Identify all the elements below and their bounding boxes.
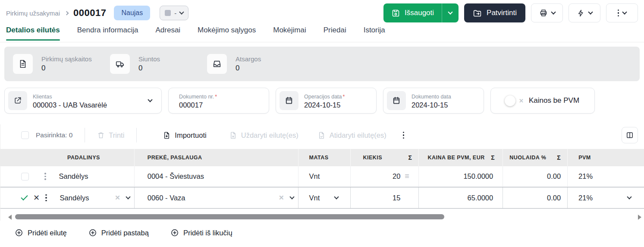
- table-row[interactable]: Sandėlys 0004 - Šviestuvas Vnt 20 ≡ 150.…: [0, 166, 644, 187]
- scrollbar-thumb[interactable]: [15, 214, 444, 219]
- tab-priedai[interactable]: Priedai: [324, 26, 346, 40]
- document-date-value[interactable]: 2024-10-15: [412, 101, 448, 109]
- cell-preke[interactable]: 0004 - Šviestuvas: [134, 166, 298, 187]
- stat-purchase-invoices[interactable]: Pirkimų sąskaitos 0: [13, 54, 110, 74]
- more-menu-button[interactable]: [606, 3, 638, 22]
- cell-kiekis[interactable]: 20: [393, 172, 400, 180]
- client-value[interactable]: 000003 - UAB Vasarėlė: [33, 101, 107, 109]
- row-menu-icon[interactable]: [45, 194, 47, 202]
- add-row-button[interactable]: Pridėti eilutę: [15, 228, 67, 237]
- toolbar-more-icon[interactable]: [403, 132, 405, 139]
- cell-pvm[interactable]: 21%: [578, 194, 593, 202]
- column-header-preke[interactable]: PREKĖ, PASLAUGA: [134, 149, 298, 166]
- tab-mokejimo-salygos[interactable]: Mokėjimo sąlygos: [198, 26, 256, 40]
- top-bar: Pirkimų užsakymai 000017 Naujas - Išsaug…: [0, 0, 644, 26]
- stat-label: Atsargos: [236, 55, 261, 63]
- clear-value-icon[interactable]: ✕: [279, 194, 284, 202]
- chevron-down-icon: [448, 10, 452, 14]
- scroll-left-arrow-icon[interactable]: [8, 215, 12, 220]
- add-from-stock-button[interactable]: Pridėti iš likučių: [170, 228, 232, 237]
- delete-button[interactable]: Trinti: [97, 131, 124, 139]
- toggle-label: Kainos be PVM: [529, 96, 579, 105]
- print-menu-button[interactable]: [531, 3, 563, 22]
- cell-kiekis[interactable]: 15: [393, 194, 400, 202]
- cell-matas[interactable]: Vnt: [298, 166, 351, 187]
- column-header-kaina[interactable]: KAINA BE PVM, EURΣ: [418, 149, 503, 166]
- confirm-row-icon[interactable]: [21, 193, 28, 200]
- cell-padalinys[interactable]: Sandėlys: [60, 194, 89, 202]
- close-lines-button[interactable]: Uždaryti eilutę(es): [229, 131, 298, 139]
- document-number-field[interactable]: Dokumento nr.* 000017: [168, 88, 269, 114]
- cell-pvm[interactable]: 21%: [567, 166, 644, 187]
- operation-date-value[interactable]: 2024-10-15: [304, 101, 340, 109]
- document-date-field[interactable]: Dokumento data 2024-10-15: [383, 88, 484, 114]
- line-items-grid: Pasirinkta: 0 Trinti Importuoti Uždaryti…: [0, 124, 644, 221]
- external-link-icon[interactable]: [8, 91, 27, 110]
- chevron-down-icon[interactable]: [289, 194, 294, 199]
- clear-value-icon[interactable]: ✕: [115, 194, 120, 202]
- tab-adresai[interactable]: Adresai: [155, 26, 180, 40]
- tag-dropdown[interactable]: -: [160, 6, 188, 20]
- add-note-button[interactable]: Pridėti pastabą: [88, 228, 149, 237]
- confirm-button[interactable]: Patvirtinti: [464, 3, 525, 22]
- column-header-matas[interactable]: MATAS: [298, 149, 351, 166]
- table-header-row: PADALINYS PREKĖ, PASLAUGA MATAS KIEKISΣ …: [0, 149, 644, 166]
- import-button[interactable]: Importuoti: [163, 131, 206, 139]
- cell-matas[interactable]: Vnt: [309, 194, 320, 202]
- document-number-value[interactable]: 000017: [179, 101, 203, 109]
- save-button[interactable]: Išsaugoti: [383, 3, 442, 22]
- horizontal-scrollbar[interactable]: [0, 214, 644, 221]
- save-options-button[interactable]: [442, 3, 459, 22]
- column-header-nuolaida[interactable]: NUOLAIDA %Σ: [503, 149, 567, 166]
- operation-date-field[interactable]: Operacijos data* 2024-10-15: [276, 88, 377, 114]
- select-all-checkbox[interactable]: [21, 131, 29, 139]
- cell-nuolaida[interactable]: 0.00: [503, 166, 567, 187]
- calendar-icon[interactable]: [387, 91, 406, 110]
- field-label: Klientas: [33, 94, 52, 100]
- chevron-down-icon[interactable]: [334, 194, 339, 199]
- cell-preke[interactable]: 0060 - Vaza: [148, 194, 185, 202]
- header-actions: Išsaugoti Patvirtinti: [383, 3, 638, 22]
- add-note-label: Pridėti pastabą: [101, 229, 149, 237]
- save-split-button[interactable]: Išsaugoti: [383, 3, 459, 22]
- breadcrumb[interactable]: Pirkimų užsakymai: [6, 10, 60, 17]
- stat-stock[interactable]: Atsargos 0: [207, 54, 304, 74]
- column-header-kiekis[interactable]: KIEKISΣ: [350, 149, 418, 166]
- cancel-row-icon[interactable]: ✕: [33, 193, 40, 203]
- footer-actions: Pridėti eilutę Pridėti pastabą Pridėti i…: [15, 228, 644, 237]
- column-settings-button[interactable]: [622, 127, 638, 143]
- cell-nuolaida[interactable]: 0.00: [503, 187, 567, 208]
- calendar-icon[interactable]: [280, 91, 298, 110]
- sum-icon[interactable]: Σ: [408, 154, 412, 161]
- breadcrumb-chevron-icon: [65, 11, 69, 15]
- toggle-knob[interactable]: [505, 95, 515, 106]
- tab-istorija[interactable]: Istorija: [364, 26, 385, 40]
- chevron-down-icon[interactable]: [148, 97, 152, 102]
- kebab-icon: [618, 10, 619, 17]
- stat-shipments[interactable]: Siuntos 0: [110, 54, 207, 74]
- cell-kaina[interactable]: 65.0000: [418, 187, 503, 208]
- column-header-padalinys[interactable]: PADALINYS: [0, 149, 134, 166]
- tab-mokejimai[interactable]: Mokėjimai: [273, 26, 306, 40]
- sum-icon[interactable]: Σ: [491, 154, 495, 161]
- cell-kaina[interactable]: 150.0000: [418, 166, 503, 187]
- cell-padalinys[interactable]: Sandėlys: [59, 172, 88, 180]
- table-row-editing[interactable]: ✕ Sandėlys ✕ 0060 - Vaza ✕ Vnt 15 ≡ 65.0…: [0, 187, 644, 209]
- sum-icon[interactable]: Σ: [557, 154, 561, 161]
- confirm-button-label: Patvirtinti: [487, 9, 517, 17]
- file-check-icon: [317, 131, 326, 139]
- row-checkbox[interactable]: [21, 173, 29, 180]
- column-header-pvm[interactable]: PVM: [567, 149, 644, 166]
- prices-without-vat-toggle[interactable]: ✕ Kainos be PVM: [490, 88, 595, 114]
- chevron-down-icon[interactable]: [126, 194, 130, 199]
- chevron-down-icon[interactable]: [627, 194, 631, 199]
- scroll-right-arrow-icon[interactable]: [638, 215, 641, 220]
- tab-bendra-informacija[interactable]: Bendra informacija: [77, 26, 138, 40]
- automation-menu-button[interactable]: [569, 3, 600, 22]
- tab-detalios-eilutes[interactable]: Detalios eilutės: [6, 26, 60, 40]
- row-menu-icon[interactable]: [44, 173, 46, 180]
- printer-icon: [539, 9, 548, 17]
- drag-handle-icon[interactable]: ≡: [405, 172, 411, 181]
- open-lines-button[interactable]: Atidaryti eilutę(es): [317, 131, 386, 139]
- client-field[interactable]: Klientas 000003 - UAB Vasarėlė: [4, 88, 162, 114]
